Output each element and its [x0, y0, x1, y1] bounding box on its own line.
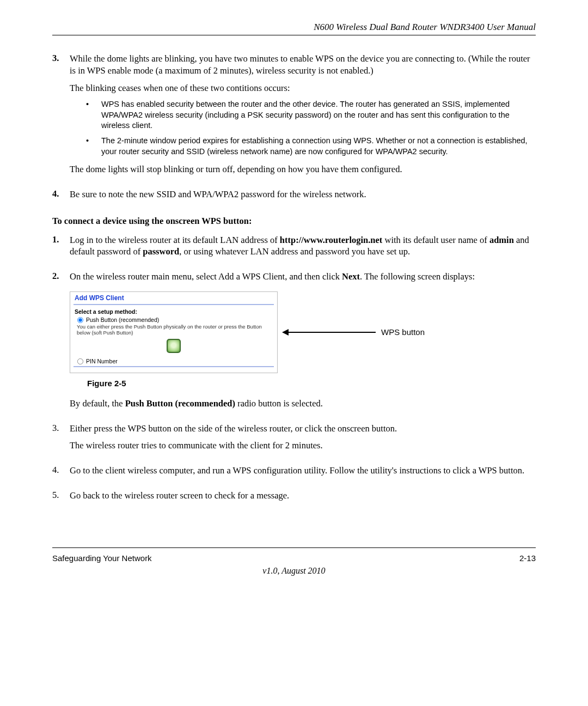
step-number: 5. — [52, 490, 70, 507]
ordered-list-c: 3. Either press the WPS button on the si… — [52, 423, 536, 507]
paragraph: By default, the Push Button (recommended… — [70, 398, 536, 410]
running-header: N600 Wireless Dual Band Router WNDR3400 … — [52, 22, 536, 35]
paragraph: The wireless router tries to communicate… — [70, 440, 536, 452]
wps-soft-button[interactable] — [167, 339, 181, 353]
list-item: 5. Go back to the wireless router screen… — [52, 490, 536, 507]
footer-version: v1.0, August 2010 — [52, 566, 536, 576]
paragraph: Log in to the wireless router at its def… — [70, 234, 536, 258]
bold-text: admin — [489, 235, 514, 245]
list-item: 4. Go to the client wireless computer, a… — [52, 465, 536, 482]
step-number: 3. — [52, 423, 70, 458]
push-button-note: You can either press the Push Button phy… — [70, 324, 277, 338]
step-number: 4. — [52, 465, 70, 482]
footer-page-number: 2-13 — [519, 553, 536, 563]
figure-caption: Figure 2-5 — [87, 379, 536, 388]
text: By default, the — [70, 398, 125, 409]
push-button-label: Push Button (recommended) — [86, 317, 159, 323]
bullet-item: The 2-minute window period expires for e… — [86, 136, 536, 157]
callout-label: WPS button — [381, 327, 425, 337]
sub-heading: To connect a device using the onscreen W… — [52, 216, 536, 227]
paragraph: The dome lights will stop blinking or tu… — [70, 163, 536, 175]
divider — [74, 304, 274, 305]
paragraph: Either press the WPS button on the side … — [70, 423, 536, 435]
push-button-radio[interactable] — [77, 317, 83, 323]
list-item: 2. On the wireless router main menu, sel… — [52, 271, 536, 415]
bullet-list: WPS has enabled security between the rou… — [70, 99, 536, 157]
list-item: 4. Be sure to note the new SSID and WPA/… — [52, 188, 536, 206]
bold-text: Next — [342, 271, 360, 282]
step-number: 2. — [52, 271, 70, 415]
bold-text: password — [143, 246, 179, 257]
url-text: http://www.routerlogin.net — [280, 235, 383, 245]
text: radio button is selected. — [235, 398, 323, 409]
list-item: 3. While the dome lights are blinking, y… — [52, 53, 536, 181]
bullet-item: WPS has enabled security between the rou… — [86, 99, 536, 131]
list-item: 3. Either press the WPS button on the si… — [52, 423, 536, 458]
bold-text: Push Button (recommended) — [125, 398, 235, 409]
paragraph: Go back to the wireless router screen to… — [70, 490, 536, 502]
paragraph: The blinking ceases when one of these tw… — [70, 82, 536, 94]
footer: Safeguarding Your Network 2-13 v1.0, Aug… — [52, 547, 536, 576]
text: with its default user name of — [382, 235, 489, 245]
text: , or using whatever LAN address and pass… — [179, 246, 410, 257]
footer-left: Safeguarding Your Network — [52, 553, 152, 563]
step-number: 1. — [52, 234, 70, 264]
panel-title: Add WPS Client — [70, 292, 277, 303]
divider — [74, 366, 274, 367]
pin-number-label: PIN Number — [86, 358, 118, 364]
list-item: 1. Log in to the wireless router at its … — [52, 234, 536, 264]
step-number: 3. — [52, 53, 70, 181]
text: On the wireless router main menu, select… — [70, 271, 342, 282]
paragraph: Be sure to note the new SSID and WPA/WPA… — [70, 188, 536, 200]
text: Log in to the wireless router at its def… — [70, 235, 280, 245]
select-method-label: Select a setup method: — [70, 308, 277, 315]
paragraph: On the wireless router main menu, select… — [70, 271, 536, 283]
paragraph: Go to the client wireless computer, and … — [70, 465, 536, 477]
page-content: 3. While the dome lights are blinking, y… — [52, 53, 536, 526]
step-number: 4. — [52, 188, 70, 206]
paragraph: While the dome lights are blinking, you … — [70, 53, 536, 77]
ordered-list-a: 3. While the dome lights are blinking, y… — [52, 53, 536, 206]
arrow-left-icon — [283, 332, 376, 333]
pin-number-radio[interactable] — [77, 358, 83, 364]
callout: WPS button — [283, 327, 425, 337]
figure-2-5: Add WPS Client Select a setup method: Pu… — [70, 291, 536, 373]
wps-client-panel: Add WPS Client Select a setup method: Pu… — [70, 291, 278, 373]
text: . The following screen displays: — [360, 271, 475, 282]
ordered-list-b: 1. Log in to the wireless router at its … — [52, 234, 536, 415]
